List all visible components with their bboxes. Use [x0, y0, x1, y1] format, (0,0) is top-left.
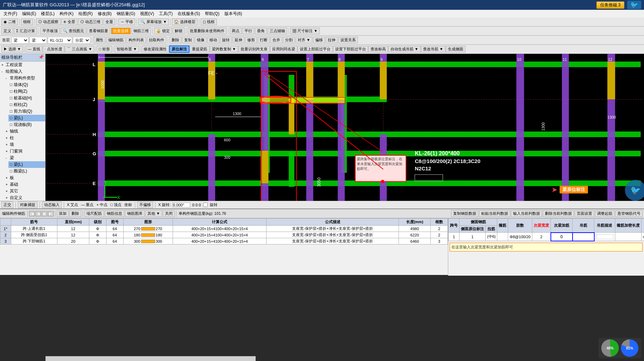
btn-align-slab[interactable]: 平齐板顶	[40, 28, 60, 34]
btn-del-row[interactable]: 删除	[69, 210, 81, 217]
menu-file[interactable]: 文件(F)	[1, 10, 19, 17]
btn-stretch[interactable]: 拉伸	[326, 37, 338, 43]
btn-define[interactable]: 定义	[1, 28, 13, 34]
sidebar-item-beam[interactable]: □ 梁(L)	[8, 115, 45, 121]
btn-scale-rebar[interactable]: 缩尺配筋	[84, 210, 104, 217]
btn-parallel[interactable]: 平行	[242, 28, 254, 34]
menu-version[interactable]: 版本号(6)	[222, 10, 244, 17]
btn-batch-ident[interactable]: 批量识别跨支座	[238, 46, 270, 52]
btn-move[interactable]: 移动	[207, 37, 219, 43]
btn-ortho[interactable]: 正交	[1, 201, 13, 208]
sidebar-item-other[interactable]: + 其它	[4, 188, 45, 194]
sidebar-item-door[interactable]: + 门窗洞	[4, 148, 45, 155]
sidebar-item-ring-beam[interactable]: □ 圈梁(L)	[8, 168, 45, 175]
btn-select-floor[interactable]: 🏠 选择楼层	[172, 19, 198, 25]
btn-pick-member[interactable]: 抬取构件	[147, 37, 166, 43]
btn-unlock[interactable]: 解锁	[173, 28, 185, 34]
sidebar-item-axis[interactable]: + 轴线	[4, 128, 45, 135]
btn-rotate[interactable]: 旋转	[220, 37, 232, 43]
task-button[interactable]: 任务推磁 3	[596, 1, 624, 9]
sidebar-item-pile-found[interactable]: □ 桩基础(H)	[8, 95, 45, 101]
btn-select-mode[interactable]: ▶ 选择 ▼	[1, 46, 23, 52]
cell-sec-add[interactable]	[573, 233, 594, 241]
btn-smart-layout[interactable]: 智能布置 ▼	[115, 46, 139, 52]
layer-select[interactable]: 分层1	[73, 37, 90, 44]
sidebar-item-project-settings[interactable]: + 工程设置	[0, 62, 45, 68]
menu-modify[interactable]: 修改(B)	[96, 10, 114, 17]
btn-check-rebar[interactable]: 查看钢筋量	[87, 28, 110, 34]
cell-hanger[interactable]	[594, 233, 615, 241]
btn-del-col[interactable]: 删除当前列数据	[543, 210, 574, 217]
btn-merge[interactable]: 合并	[270, 37, 282, 43]
btn-dynamic-view[interactable]: ◎ 动态观察	[36, 19, 61, 25]
btn-split[interactable]: 分割	[283, 37, 295, 43]
btn-no-offset[interactable]: 不偏移	[137, 201, 153, 208]
sidebar-item-draw-input[interactable]: - 绘图输入	[0, 68, 45, 75]
btn-close-panel[interactable]: 关闭	[163, 210, 175, 217]
sidebar-item-sw[interactable]: □ 剪力墙(Q)	[8, 108, 45, 115]
sidebar-item-grid[interactable]: □ 柱网(Z)	[8, 88, 45, 95]
btn-point-length[interactable]: · 点加长度	[43, 46, 64, 52]
btn-rebar-info[interactable]: 钢筋信息	[105, 210, 124, 217]
sidebar-item-common-types[interactable]: - 常用构件类型	[4, 75, 45, 82]
btn-member-list[interactable]: 构件列表	[126, 37, 146, 43]
btn-rebar-3d[interactable]: 钢筋三维	[131, 28, 151, 34]
btn-check-hanger[interactable]: 查改吊筋 ▼	[421, 46, 445, 52]
btn-copy-spans[interactable]: 梁跨数复制 ▼	[210, 46, 238, 52]
angle-input[interactable]	[173, 203, 190, 207]
sidebar-item-beam-l[interactable]: □ 梁(L)	[8, 161, 45, 168]
btn-rebar-lib[interactable]: 钢筋图库	[125, 210, 145, 217]
btn-extend[interactable]: 延伸	[233, 37, 244, 43]
nav-next[interactable]: ▶	[42, 211, 47, 217]
btn-copy[interactable]: 复制	[182, 37, 194, 43]
btn-two-point[interactable]: 两点	[230, 28, 242, 34]
drawing-area[interactable]: 1300 1000 600 300 3050 1300 1300 L J H G…	[46, 54, 644, 201]
sidebar-item-wall2[interactable]: + 墙	[4, 141, 45, 148]
menu-floor[interactable]: 楼层(L)	[39, 10, 57, 17]
menu-online[interactable]: 在线服务(S)	[175, 10, 202, 17]
btn-full-view[interactable]: ⊕ 全景	[61, 19, 77, 25]
btn-property[interactable]: 属性	[94, 37, 105, 43]
kl-select[interactable]: KL-1(1)	[48, 37, 72, 44]
btn-edit-rebar[interactable]: 编辑钢筋	[106, 37, 126, 43]
btn-align[interactable]: 对齐 ▼	[296, 37, 312, 43]
btn-set-bottom[interactable]: 设置下部筋过平台	[333, 46, 368, 52]
btn-line[interactable]: — 直线	[26, 46, 42, 52]
btn-2d[interactable]: ◉ 二维	[1, 19, 18, 25]
btn-fit[interactable]: 全显	[103, 19, 115, 25]
btn-check-elev[interactable]: 查改标高	[368, 46, 388, 52]
btn-dynamic-input[interactable]: 动态输入	[42, 201, 62, 208]
btn-input-col[interactable]: 输入当前列数据	[511, 210, 542, 217]
btn-offset[interactable]: 偏移	[313, 37, 325, 43]
btn-re-extract[interactable]: 重提梁筋	[190, 46, 209, 52]
sidebar-pin[interactable]: 📌	[39, 55, 44, 61]
btn-wireframe[interactable]: ◻ 线框	[201, 19, 217, 25]
btn-rect[interactable]: □ 矩形	[97, 46, 112, 52]
btn-snap[interactable]: 对象捕捉	[18, 201, 37, 208]
sidebar-item-slab[interactable]: □ 现浇板(B)	[8, 121, 45, 128]
member-type-select[interactable]: 梁	[29, 37, 47, 44]
nav-first[interactable]: |◀	[29, 211, 35, 217]
btn-page-set[interactable]: 页面设置	[575, 210, 594, 217]
sec-width-input[interactable]	[551, 233, 572, 241]
menu-member[interactable]: 构件(K)	[57, 10, 76, 17]
sidebar-item-plate[interactable]: + 板	[4, 175, 45, 181]
sidebar-item-custom[interactable]: + 自定义	[4, 194, 45, 201]
table-hscroll[interactable]	[46, 356, 256, 361]
btn-dim[interactable]: ▦ 尺寸标注 ▼	[290, 28, 320, 34]
btn-apply-same[interactable]: 应用到同名梁	[270, 46, 297, 52]
cell-sec-width[interactable]	[551, 233, 573, 241]
menu-draw[interactable]: 绘图(R)	[76, 10, 95, 17]
sidebar-item-foundation[interactable]: + 基础	[4, 181, 45, 188]
btn-copy-data[interactable]: 复制钢筋数据	[451, 210, 478, 217]
btn-other[interactable]: 其他 ▼	[145, 210, 162, 217]
btn-three-point[interactable]: 三点辅轴	[268, 28, 287, 34]
btn-auto-hanger[interactable]: 自动生成吊筋 ▼	[388, 46, 421, 52]
sidebar-item-column[interactable]: + 柱	[4, 135, 45, 141]
btn-origin-mark[interactable]: 原位标注	[169, 45, 189, 53]
btn-calculate[interactable]: Σ 汇总计算	[14, 28, 37, 34]
btn-paste-col[interactable]: 粘贴当前列数据	[479, 210, 510, 217]
btn-zoom[interactable]: 🔍 屏幕缩放 ▼	[138, 19, 169, 25]
menu-edit[interactable]: 编辑(E)	[20, 10, 38, 17]
btn-mirror[interactable]: 镜像	[195, 37, 207, 43]
